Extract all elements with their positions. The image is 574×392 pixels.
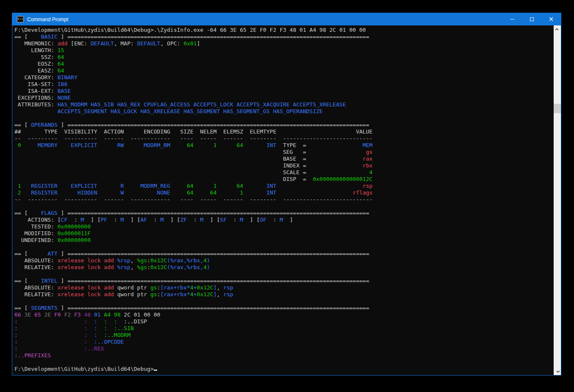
- console-line: 1 REGISTER EXPLICIT R MODRM_REG 64 1 64 …: [14, 183, 554, 189]
- console-line: MNEMONIC: add [ENC: DEFAULT, MAP: DEFAUL…: [14, 40, 554, 47]
- scrollbar-thumb[interactable]: [554, 104, 561, 113]
- scroll-down-button[interactable]: [554, 368, 561, 375]
- console-line: == [ FLAGS ] ===========================…: [14, 210, 554, 217]
- console-line: DISP = 0x000000000000012C: [14, 176, 554, 183]
- console-line: BASE = rax: [14, 156, 554, 162]
- console-line: ISA-EXT: BASE: [14, 88, 554, 95]
- console-line: : : : : :..SIB: [14, 325, 554, 332]
- titlebar[interactable]: C:\ Command Prompt ×: [12, 13, 561, 25]
- console-line: == [ SEGMENTS ] ========================…: [14, 305, 554, 311]
- console-line: [14, 271, 554, 278]
- console-line: MODIFIED: 0x0000011F: [14, 230, 554, 237]
- console-line: SSZ: 64: [14, 54, 554, 61]
- maximize-icon: [530, 17, 534, 21]
- console-line: [14, 298, 554, 305]
- console-line: UNDEFINED: 0x00000000: [14, 237, 554, 244]
- console-line: [14, 244, 554, 250]
- scrollbar-track[interactable]: [554, 25, 561, 375]
- console-line: F:\Development\GitHub\zydis\Build64\Debu…: [14, 27, 554, 33]
- console-line: : : : : : :..DISP: [14, 318, 554, 325]
- command-prompt-window: C:\ Command Prompt × F:\Development\GitH…: [12, 13, 561, 375]
- console-line: ABSOLUTE: xrelease lock add %rsp, %gs:0x…: [14, 257, 554, 264]
- console-line: : : :..OPCODE: [14, 339, 554, 345]
- console-line: F:\Development\GitHub\zydis\Build64\Debu…: [14, 366, 554, 373]
- chevron-down-icon: [556, 369, 560, 373]
- minimize-icon: [510, 19, 514, 19]
- console-line: == [ ATT ] =============================…: [14, 250, 554, 257]
- console-line: SEG = gs: [14, 149, 554, 156]
- console-line: CATEGORY: BINARY: [14, 74, 554, 81]
- console-line: 0 MEMORY EXPLICIT RW MODRM_RM 64 1 64 IN…: [14, 142, 554, 149]
- console-line: :..PREFIXES: [14, 352, 554, 359]
- console-line: ## TYPE VISIBILITY ACTION ENCODING SIZE …: [14, 128, 554, 135]
- text-cursor: [154, 370, 157, 371]
- console-line: == [ OPERANDS ] ========================…: [14, 122, 554, 128]
- desktop: C:\ Command Prompt × F:\Development\GitH…: [0, 0, 574, 392]
- console-line: [14, 203, 554, 210]
- maximize-button[interactable]: [522, 13, 541, 25]
- console-line: == [ INTEL ] ===========================…: [14, 278, 554, 284]
- console-line: ABSOLUTE: xrelease lock add qword ptr gs…: [14, 284, 554, 291]
- console-line: EXCEPTIONS: NONE: [14, 95, 554, 101]
- console-line: [14, 115, 554, 122]
- console: F:\Development\GitHub\zydis\Build64\Debu…: [12, 25, 561, 375]
- console-line: LENGTH: 15: [14, 47, 554, 54]
- console-line: ACCEPTS_SEGMENT HAS_LOCK HAS_XRELEASE HA…: [14, 108, 554, 115]
- close-button[interactable]: ×: [541, 13, 561, 25]
- window-controls: ×: [502, 13, 561, 25]
- console-line: -- --------- ---------- ------ ---------…: [14, 135, 554, 142]
- scroll-up-button[interactable]: [554, 25, 561, 33]
- console-line: : :..REX: [14, 345, 554, 352]
- minimize-button[interactable]: [502, 13, 522, 25]
- window-title: Command Prompt: [27, 17, 68, 22]
- chevron-up-icon: [555, 28, 558, 31]
- console-line: ACTIONS: [CF : M ] [PF : M ] [AF : M ] […: [14, 217, 554, 223]
- console-line: 2 REGISTER HIDDEN W NONE 64 64 1 INT rfl…: [14, 189, 554, 196]
- console-line: SCALE = 4: [14, 169, 554, 176]
- console-line: -- --------- ---------- ------ ---------…: [14, 196, 554, 203]
- console-line: ATTRIBUTES: HAS_MODRM HAS_SIB HAS_REX CP…: [14, 101, 554, 108]
- console-line: EASZ: 64: [14, 67, 554, 74]
- console-line: 66 3E 65 2E F0 F2 F3 48 01 A4 98 2C 01 0…: [14, 311, 554, 318]
- console-line: : : : :..MODRM: [14, 332, 554, 339]
- console-line: EOSZ: 64: [14, 61, 554, 67]
- console-line: == [ BASIC ] ===========================…: [14, 33, 554, 40]
- console-line: RELATIVE: xrelease lock add qword ptr gs…: [14, 291, 554, 298]
- close-icon: ×: [549, 16, 554, 22]
- cmd-icon[interactable]: C:\: [17, 16, 24, 22]
- console-output[interactable]: F:\Development\GitHub\zydis\Build64\Debu…: [12, 25, 554, 375]
- console-line: ISA-SET: I86: [14, 81, 554, 88]
- console-line: [14, 359, 554, 366]
- console-line: RELATIVE: xrelease lock add %rsp, %gs:0x…: [14, 264, 554, 271]
- console-line: TESTED: 0x00000000: [14, 223, 554, 230]
- console-line: INDEX = rbx: [14, 162, 554, 169]
